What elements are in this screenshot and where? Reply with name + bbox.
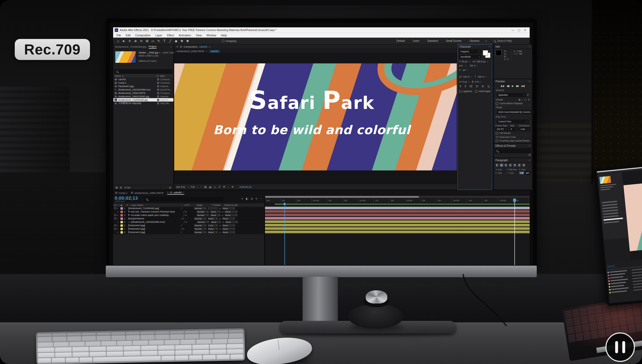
column-layer-name[interactable]: Layer Name (131, 204, 183, 206)
search-help[interactable]: Search Help (494, 39, 512, 42)
timeline-scrollbar-thumb[interactable] (265, 196, 419, 198)
panel-menu-icon[interactable]: ≡ (529, 45, 530, 48)
layer-parent-select[interactable]: None∨ (222, 231, 235, 234)
parent-pickwhip-icon[interactable]: ◎ (222, 214, 224, 216)
next-frame-button[interactable]: ▮▶ (516, 85, 519, 87)
workspace-small-screen[interactable]: Small Screen (446, 39, 462, 42)
layer-trkmat-select[interactable]: None∨ (210, 221, 221, 223)
project-list-header[interactable]: Name ▲ Type (113, 74, 173, 78)
rotation-tool-icon[interactable]: ↻ (138, 39, 144, 43)
include-audio-icon[interactable]: ♪ (522, 98, 523, 101)
layer-visibility-toggle[interactable] (114, 214, 116, 216)
layer-visibility-toggle[interactable] (114, 231, 116, 233)
caret-icon[interactable]: ▼ (159, 52, 161, 54)
layer-visibility-toggle[interactable] (114, 228, 116, 230)
timeline-icon[interactable]: ◔ (260, 197, 262, 200)
align-button-1[interactable] (500, 164, 503, 167)
panel-menu-icon[interactable]: ≡ (183, 191, 184, 194)
viewer-icon[interactable]: ⊕ (232, 185, 234, 188)
timeline-tab[interactable]: ✕colorful≡ (167, 191, 184, 195)
play-button[interactable]: ▶ (512, 85, 514, 87)
align-button-3[interactable] (509, 164, 512, 167)
first-line-field[interactable]: ⇨0 px (495, 171, 506, 175)
layer-expand-icon[interactable]: ▸ (117, 231, 119, 233)
layer-row[interactable]: ▸3TAccurate colors spark your creativity… (113, 214, 264, 217)
camera-tool-icon[interactable]: ⊞ (144, 39, 150, 43)
frame-rate-select[interactable]: (29.97)∨ (495, 127, 508, 131)
snapping-checkbox[interactable] (222, 40, 224, 42)
include-overlays-icon[interactable]: ▭ (524, 98, 527, 101)
column-name[interactable]: Name (115, 75, 121, 77)
timeline-tab[interactable]: shutterstock_1059176879 (131, 191, 163, 194)
viewer-icon[interactable]: ◻ (214, 185, 216, 188)
layer-label-chip[interactable] (121, 224, 123, 227)
leading-value[interactable]: 205.8 px (477, 60, 486, 63)
full-screen-toggle[interactable]: Full Screen (494, 131, 532, 135)
align-button-0[interactable] (495, 164, 499, 167)
viewer-icon[interactable]: ▦ (204, 185, 207, 188)
faux-style-button[interactable]: T¹ (482, 85, 484, 88)
font-style-select[interactable]: SemiBold∨ (459, 55, 481, 59)
align-button-6[interactable] (522, 164, 526, 167)
bit-depth-label[interactable]: 16 bpc (124, 186, 131, 189)
pan-behind-tool-icon[interactable]: ▭ (150, 39, 156, 43)
close-button[interactable]: ✕ (522, 29, 528, 32)
text-direction-rtl-button[interactable]: ▶¶ (525, 171, 530, 175)
layer-parent-select[interactable]: None∨ (222, 207, 235, 210)
layer-duration-bar[interactable] (265, 220, 530, 224)
reset-icon[interactable]: ↺ (527, 94, 529, 96)
panel-menu-icon[interactable]: ≡ (529, 144, 530, 147)
layer-mode-select[interactable]: Normal∨ (194, 224, 207, 227)
effects-search-input[interactable] (495, 149, 531, 153)
menu-effect[interactable]: Effect (165, 34, 177, 37)
project-item[interactable]: ▦Comp 1Composi... (113, 81, 173, 84)
layer-label-chip[interactable] (121, 211, 123, 213)
layer-visibility-toggle[interactable] (114, 224, 116, 226)
tsume-value[interactable]: 0 % (475, 80, 479, 83)
play-from-select[interactable]: Current Time∨ (497, 120, 529, 123)
layer-expand-icon[interactable]: ▸ (117, 207, 119, 209)
project-item[interactable]: ⚠shutterstock_1023322099.movQuickTim... (113, 88, 173, 91)
breadcrumb-current[interactable]: colorful (209, 50, 220, 53)
hotkey-puck[interactable] (348, 304, 404, 329)
layer-expand-icon[interactable]: ▸ (117, 221, 119, 223)
comp-tab-label[interactable]: Composition (184, 45, 198, 48)
layer-trkmat-select[interactable] (208, 207, 218, 210)
layer-duration-bar[interactable] (265, 224, 530, 227)
comp-tab-name[interactable]: colorful (199, 45, 207, 48)
indent-left-field[interactable]: ⇥0 px (495, 168, 506, 171)
brush-tool-icon[interactable]: ✚ (179, 39, 185, 43)
layer-expand-icon[interactable]: ▸ (117, 214, 119, 216)
layer-mode-select[interactable]: Normal∨ (194, 217, 207, 220)
faux-style-button[interactable]: T (460, 85, 461, 88)
info-panel-title[interactable]: Info (495, 45, 500, 48)
faux-style-button[interactable]: T₁ (488, 85, 490, 88)
pen-tool-icon[interactable]: ✎ (156, 39, 162, 43)
layer-parent-select[interactable]: None∨ (222, 228, 235, 230)
prev-frame-button[interactable]: ◀▮ (506, 85, 510, 87)
skip-select[interactable]: 0∨ (509, 127, 518, 131)
selection-tool-icon[interactable]: ► (121, 39, 127, 43)
project-search-input[interactable] (114, 69, 172, 74)
space-before-field[interactable]: ‖125.6 px (507, 168, 518, 171)
font-family-select[interactable]: Poppins∨ (459, 50, 481, 53)
layer-label-chip[interactable] (121, 221, 123, 223)
parent-pickwhip-icon[interactable]: ◎ (219, 207, 221, 210)
column-mode[interactable]: Mode (197, 204, 210, 206)
column-type[interactable]: Type (160, 75, 172, 77)
layer-label-chip[interactable] (121, 228, 123, 230)
minimize-button[interactable]: — (510, 29, 516, 32)
hscale-value[interactable]: 100 % (478, 75, 485, 78)
align-button-5[interactable] (518, 164, 521, 167)
layer-label-chip[interactable] (121, 214, 123, 216)
time-ruler[interactable]: :00f10f20f01:00f10f20f02:00f10f20f03:00f… (265, 198, 530, 203)
layer-trkmat-select[interactable]: None∨ (208, 231, 218, 234)
character-panel-title[interactable]: Character (459, 45, 471, 48)
layer-visibility-toggle[interactable] (114, 211, 116, 213)
panel-menu-icon[interactable]: ≡ (209, 45, 210, 48)
trash-icon[interactable]: 🗑 (169, 186, 172, 189)
timeline-icon[interactable]: ◧ (246, 197, 248, 200)
layer-parent-select[interactable]: None∨ (224, 214, 238, 216)
effects-panel-title[interactable]: Effects & Presets (495, 144, 516, 147)
viewer-icon[interactable]: ◔ (200, 185, 202, 188)
